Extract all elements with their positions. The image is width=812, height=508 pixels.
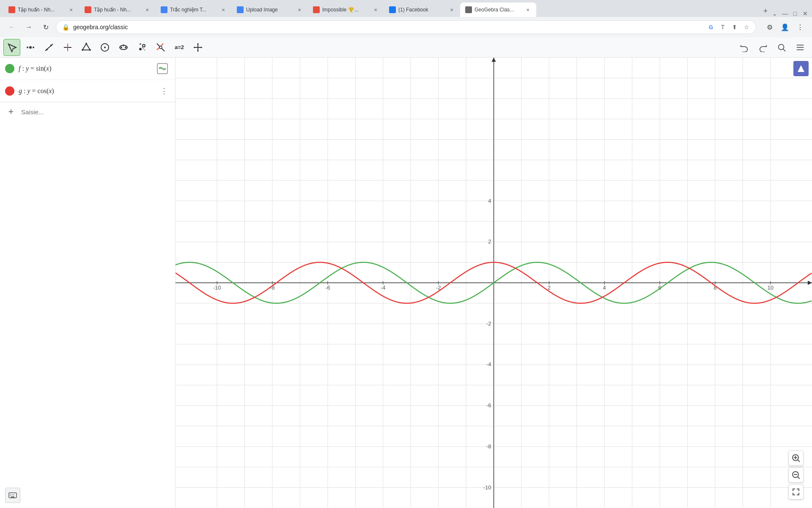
share-icon[interactable]: ⬆	[730, 23, 739, 31]
tab-close[interactable]: ✕	[144, 6, 151, 13]
svg-point-2	[33, 47, 34, 48]
browser-tab-tab4[interactable]: Upload Image ✕	[232, 3, 308, 17]
item-menu-g[interactable]: ⋮	[158, 85, 170, 97]
tab-close[interactable]: ✕	[220, 6, 227, 13]
tab-title: Tập huấn - Nh...	[94, 7, 141, 13]
color-dot-f	[5, 64, 14, 73]
formula-g: g : y = cos(x)	[19, 87, 154, 95]
tool-line[interactable]	[41, 39, 58, 56]
geogebra-toolbar: a=2	[0, 37, 812, 58]
svg-point-11	[82, 49, 83, 51]
tab-controls: ⌄ — □ ✕	[771, 10, 809, 17]
tab-bar: Tập huấn - Nh... ✕ Tập huấn - Nh... ✕ Tr…	[0, 0, 812, 17]
tool-select[interactable]	[3, 39, 20, 56]
svg-point-24	[159, 46, 162, 49]
algebra-input-row[interactable]: +	[0, 102, 175, 121]
zoom-out-button[interactable]	[788, 467, 804, 483]
tab-title: GeoGebra Clas...	[475, 7, 522, 13]
sidebar-right-button[interactable]	[793, 61, 809, 76]
tool-conic[interactable]	[115, 39, 132, 56]
bookmark-icon[interactable]: ☆	[742, 23, 751, 31]
profile-button[interactable]: 👤	[778, 20, 792, 34]
algebra-item-f[interactable]: f : y = sin(x)	[0, 58, 175, 80]
svg-marker-27	[197, 43, 199, 44]
browser-menu-button[interactable]: ⋮	[793, 20, 807, 34]
tab-list-button[interactable]: ⌄	[771, 10, 778, 17]
tool-intersect[interactable]	[152, 39, 169, 56]
extensions-button[interactable]: ⚙	[763, 20, 776, 34]
svg-point-1	[27, 47, 28, 48]
tab-close[interactable]: ✕	[448, 6, 455, 13]
browser-tab-tab6[interactable]: (1) Facebook ✕	[384, 3, 460, 17]
tool-perpendicular[interactable]	[59, 39, 76, 56]
redo-button[interactable]	[754, 39, 771, 56]
svg-point-13	[104, 47, 106, 48]
formula-f: f : y = sin(x)	[19, 65, 151, 72]
svg-point-9	[85, 43, 87, 44]
tab-title: (1) Facebook	[398, 7, 446, 13]
svg-point-0	[29, 46, 32, 49]
graph-canvas	[176, 58, 812, 508]
tab-close[interactable]: ✕	[372, 6, 379, 13]
tab-title: Upload Image	[246, 7, 294, 13]
svg-line-21	[142, 47, 145, 50]
undo-button[interactable]	[736, 39, 753, 56]
svg-marker-30	[201, 47, 203, 48]
browser-tab-tab7[interactable]: GeoGebra Clas... ✕	[460, 3, 536, 17]
browser-tab-tab3[interactable]: Trắc nghiệm T... ✕	[156, 3, 232, 17]
tool-polygon[interactable]	[78, 39, 95, 56]
browser-toolbar: ⚙ 👤 ⋮	[763, 20, 807, 34]
svg-marker-8	[82, 44, 90, 50]
main-area: f : y = sin(x) g : y = cos(x) ⋮	[0, 58, 812, 508]
tab-close[interactable]: ✕	[296, 6, 303, 13]
color-dot-g	[5, 86, 14, 96]
svg-point-5	[50, 44, 52, 46]
svg-point-17	[123, 44, 124, 46]
svg-line-44	[798, 477, 800, 479]
forward-button[interactable]: →	[22, 20, 36, 34]
algebra-item-g[interactable]: g : y = cos(x) ⋮	[0, 80, 175, 102]
address-input[interactable]: 🔒 geogebra.org/classic G T ⬆ ☆	[56, 20, 756, 34]
tab-title: Trắc nghiệm T...	[170, 7, 217, 13]
geogebra-app: a=2 f : y = s	[0, 37, 812, 508]
tool-point[interactable]	[22, 39, 39, 56]
search-button[interactable]	[773, 39, 790, 56]
tab-close[interactable]: ✕	[68, 6, 74, 13]
add-expression-button[interactable]: +	[5, 106, 17, 118]
browser-tab-tab5[interactable]: Impossible 😤... ✕	[308, 3, 384, 17]
tool-circle[interactable]	[96, 39, 113, 56]
tab-close[interactable]: ✕	[524, 6, 531, 13]
expression-input[interactable]	[21, 108, 170, 116]
browser-tab-tab1[interactable]: Tập huấn - Nh... ✕	[3, 3, 80, 17]
menu-button[interactable]	[792, 39, 809, 56]
algebra-panel: f : y = sin(x) g : y = cos(x) ⋮	[0, 58, 176, 508]
address-actions: G T ⬆ ☆	[707, 23, 751, 31]
svg-marker-29	[193, 47, 195, 48]
tab-title: Impossible 😤...	[322, 7, 370, 13]
new-tab-button[interactable]: +	[760, 5, 771, 17]
function-inspector-icon[interactable]	[155, 61, 170, 76]
svg-point-4	[46, 49, 48, 50]
address-text: geogebra.org/classic	[73, 24, 703, 30]
browser-chrome: Tập huấn - Nh... ✕ Tập huấn - Nh... ✕ Tr…	[0, 0, 812, 37]
svg-point-15	[121, 47, 122, 48]
svg-line-32	[783, 49, 786, 51]
graph-panel[interactable]	[176, 58, 812, 508]
svg-marker-38	[798, 65, 804, 72]
tool-slider[interactable]: a=2	[171, 39, 188, 56]
tool-transform[interactable]	[134, 39, 151, 56]
tool-move-view[interactable]	[189, 39, 206, 56]
svg-marker-28	[197, 50, 199, 52]
fullscreen-button[interactable]	[788, 484, 804, 500]
reload-button[interactable]: ↻	[39, 20, 52, 34]
browser-tab-tab2[interactable]: Tập huấn - Nh... ✕	[80, 3, 156, 17]
svg-marker-18	[139, 43, 142, 44]
zoom-in-button[interactable]	[788, 450, 804, 466]
minimize-button[interactable]: —	[782, 10, 788, 17]
back-button[interactable]: ←	[5, 20, 19, 34]
close-button[interactable]: ✕	[802, 10, 809, 17]
maximize-button[interactable]: □	[792, 10, 798, 17]
google-icon: G	[707, 23, 715, 31]
keyboard-button[interactable]	[5, 488, 20, 503]
translate-icon[interactable]: T	[719, 23, 727, 31]
